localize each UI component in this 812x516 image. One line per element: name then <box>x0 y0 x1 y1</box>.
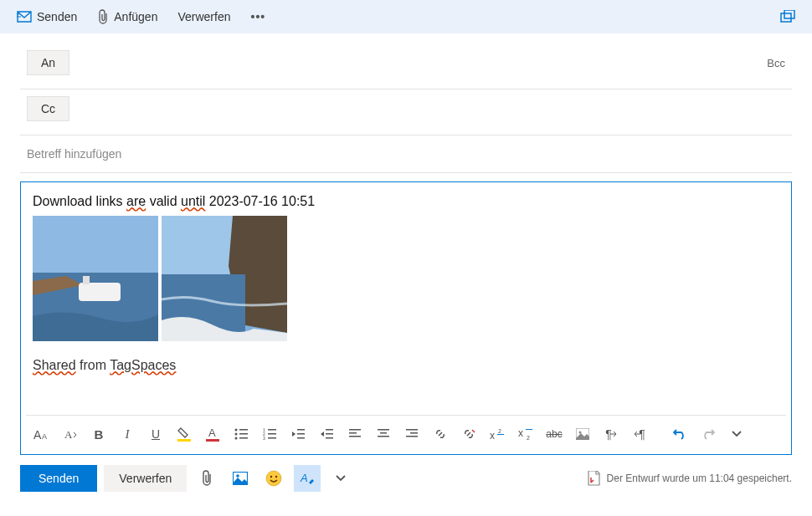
indent-button[interactable] <box>314 422 339 446</box>
send-label-top: Senden <box>37 10 77 23</box>
subject-input[interactable] <box>27 147 799 161</box>
svg-rect-4 <box>79 283 121 301</box>
spell-word: TagSpaces <box>110 358 176 372</box>
more-button-bottom[interactable] <box>327 465 354 492</box>
svg-rect-1 <box>784 10 794 18</box>
svg-rect-40 <box>406 436 418 437</box>
body-text-part: valid <box>146 194 181 208</box>
svg-rect-21 <box>268 429 276 431</box>
subscript-button[interactable]: x2 <box>513 422 538 446</box>
bcc-toggle[interactable]: Bcc <box>767 57 785 69</box>
italic-button[interactable]: I <box>115 422 140 446</box>
discard-button-top[interactable]: Verwerfen <box>169 6 239 28</box>
font-family-button[interactable]: A <box>58 422 83 446</box>
paperclip-icon <box>97 9 109 24</box>
outdent-button[interactable] <box>285 422 311 446</box>
svg-point-50 <box>237 474 240 478</box>
svg-point-52 <box>270 476 272 478</box>
spell-word: Shared <box>33 358 76 372</box>
svg-rect-37 <box>378 436 389 437</box>
body-text-part: 2023-07-16 10:51 <box>205 194 315 208</box>
cc-button[interactable]: Cc <box>27 96 69 121</box>
to-input[interactable] <box>83 56 767 69</box>
embedded-image-1[interactable] <box>33 216 158 341</box>
image-row <box>26 209 786 348</box>
svg-point-14 <box>235 429 238 432</box>
svg-rect-33 <box>349 432 357 434</box>
shared-from-line: Shared from TagSpaces <box>26 358 786 373</box>
editor-area[interactable]: Download links are valid until 2023-07-1… <box>20 181 792 455</box>
send-button[interactable]: Senden <box>20 465 97 492</box>
svg-text:2: 2 <box>527 435 530 440</box>
subject-row <box>20 135 792 173</box>
send-button-top[interactable]: Senden <box>8 6 85 28</box>
insert-image-button[interactable] <box>570 422 595 446</box>
popout-button[interactable] <box>772 6 804 28</box>
strikethrough-button[interactable]: abc <box>542 422 567 446</box>
attach-label: Anfügen <box>114 10 157 23</box>
body-text-part: Download links <box>33 194 126 208</box>
font-size-button[interactable]: AA <box>29 422 54 446</box>
attach-button-bottom[interactable] <box>193 465 220 492</box>
link-button[interactable] <box>428 422 453 446</box>
to-row: An Bcc <box>20 43 792 89</box>
insert-picture-button[interactable] <box>227 465 254 492</box>
svg-rect-36 <box>380 432 387 434</box>
svg-text:A: A <box>42 432 47 441</box>
svg-point-16 <box>235 433 238 436</box>
svg-text:A: A <box>64 428 73 441</box>
svg-text:A: A <box>33 428 42 441</box>
emoji-button[interactable] <box>260 465 287 492</box>
unlink-button[interactable] <box>456 422 481 446</box>
spell-word: are <box>126 194 146 208</box>
discard-button[interactable]: Verwerfen <box>104 465 187 492</box>
numbered-list-button[interactable]: 123 <box>257 422 282 446</box>
body-line-1: Download links are valid until 2023-07-1… <box>26 194 786 209</box>
ellipsis-icon: ••• <box>251 10 266 23</box>
svg-rect-30 <box>326 433 333 435</box>
font-color-button[interactable]: A <box>200 422 225 446</box>
svg-rect-0 <box>781 13 791 22</box>
bullet-list-button[interactable] <box>229 422 254 446</box>
more-actions-button[interactable]: ••• <box>243 6 275 28</box>
svg-point-53 <box>275 476 277 478</box>
bottom-bar: Senden Verwerfen A Der Entwurf wurde um … <box>0 455 812 502</box>
svg-rect-5 <box>83 276 90 284</box>
bold-button[interactable]: B <box>86 422 111 446</box>
attach-button-top[interactable]: Anfügen <box>89 5 166 28</box>
undo-button[interactable] <box>667 422 692 446</box>
draft-status-text: Der Entwurf wurde um 11:04 gespeichert. <box>607 473 792 484</box>
svg-rect-43 <box>497 434 504 435</box>
highlight-button[interactable] <box>172 422 197 446</box>
more-format-button[interactable] <box>724 422 749 446</box>
align-right-button[interactable] <box>399 422 424 446</box>
svg-rect-13 <box>206 439 219 442</box>
svg-rect-35 <box>378 429 389 431</box>
svg-text:A: A <box>208 427 216 439</box>
embedded-image-2[interactable] <box>162 216 287 341</box>
svg-rect-38 <box>406 429 418 431</box>
underline-button[interactable]: U <box>143 422 168 446</box>
svg-rect-19 <box>239 437 248 439</box>
draft-status: Der Entwurf wurde um 11:04 gespeichert. <box>587 471 792 486</box>
superscript-button[interactable]: x2 <box>485 422 510 446</box>
redo-button[interactable] <box>696 422 721 446</box>
ltr-button[interactable]: ¶ <box>599 422 624 446</box>
align-left-button[interactable] <box>342 422 367 446</box>
svg-rect-23 <box>268 433 276 435</box>
format-toolbar: AA A B I U A 123 x2 x2 abc ¶ ¶ <box>26 416 786 449</box>
to-button[interactable]: An <box>27 50 69 75</box>
svg-rect-26 <box>297 429 305 431</box>
svg-rect-34 <box>349 436 361 437</box>
svg-text:x: x <box>490 430 495 440</box>
svg-point-18 <box>235 437 238 440</box>
align-center-button[interactable] <box>371 422 396 446</box>
top-toolbar: Senden Anfügen Verwerfen ••• <box>0 0 812 33</box>
spell-word: until <box>181 194 205 208</box>
rtl-button[interactable]: ¶ <box>627 422 652 446</box>
body-wrap: Download links are valid until 2023-07-1… <box>20 181 792 455</box>
formatting-toggle-button[interactable]: A <box>294 465 321 492</box>
svg-rect-17 <box>239 433 248 435</box>
svg-rect-39 <box>410 432 418 434</box>
cc-input[interactable] <box>83 102 792 115</box>
